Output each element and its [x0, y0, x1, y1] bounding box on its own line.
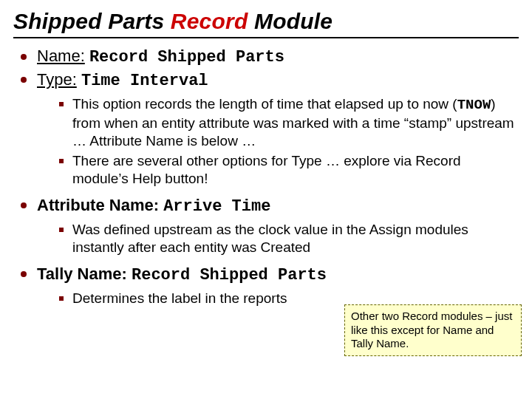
attr-value: Arrive Time [163, 197, 270, 216]
attr-label: Attribute Name: [37, 196, 159, 214]
name-value: Record Shipped Parts [89, 48, 284, 66]
attr-sublist: Was defined upstream as the clock value … [37, 221, 514, 256]
callout-note: Other two Record modules – just like thi… [344, 304, 522, 356]
bullet-tally-name: Tally Name: Record Shipped Parts Determi… [18, 264, 514, 307]
title-record-red: Record [171, 9, 248, 33]
title-part3: Module [248, 9, 332, 33]
title-divider [13, 37, 519, 38]
type-value: Time Interval [81, 72, 208, 90]
bullet-list: Name: Record Shipped Parts Type: Time In… [13, 46, 519, 307]
title-part1: Shipped Parts [13, 9, 171, 33]
slide-title: Shipped Parts Record Module [13, 9, 519, 34]
bullet-type: Type: Time Interval This option records … [18, 69, 514, 188]
bullet-name: Name: Record Shipped Parts [18, 46, 514, 68]
bullet-attribute-name: Attribute Name: Arrive Time Was defined … [18, 195, 514, 256]
name-label: Name: [37, 47, 85, 65]
tally-value: Record Shipped Parts [132, 266, 327, 284]
slide: Shipped Parts Record Module Name: Record… [0, 0, 532, 399]
type-sublist: This option records the length of time t… [37, 95, 514, 188]
type-sub-a-pre: This option records the length of time t… [72, 96, 457, 112]
type-sub-b: There are several other options for Type… [59, 152, 514, 188]
type-sub-a: This option records the length of time t… [59, 95, 514, 149]
type-sub-a-code: TNOW [457, 97, 491, 113]
tally-label: Tally Name: [37, 265, 127, 283]
attr-sub-a: Was defined upstream as the clock value … [59, 221, 514, 256]
type-label: Type: [37, 70, 77, 89]
